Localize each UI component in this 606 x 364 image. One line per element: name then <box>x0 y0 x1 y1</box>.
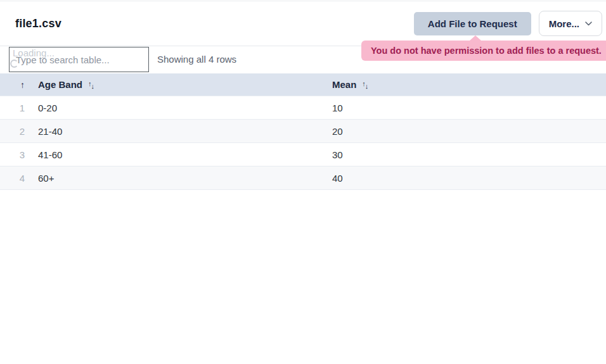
tooltip-text: You do not have permission to add files … <box>371 46 602 56</box>
file-viewer-page: file1.csv Add File to Request More... Yo… <box>0 0 606 364</box>
row-index: 3 <box>0 149 30 160</box>
page-header: file1.csv Add File to Request More... <box>0 1 606 46</box>
chevron-down-icon <box>585 22 592 26</box>
tooltip-arrow <box>470 35 481 41</box>
row-index: 4 <box>0 173 30 184</box>
row-index: 2 <box>0 126 30 137</box>
sort-toggle-icon: ↑↓ <box>88 81 94 89</box>
search-input[interactable] <box>9 47 149 72</box>
table-header-row: ↑ Age Band ↑↓ Mean ↑↓ <box>0 73 606 96</box>
row-index: 1 <box>0 103 30 113</box>
data-table: ↑ Age Band ↑↓ Mean ↑↓ 1 0-20 10 2 21-40 … <box>0 73 606 190</box>
column-header-mean[interactable]: Mean ↑↓ <box>323 79 606 90</box>
column-header-label: Age Band <box>38 79 82 90</box>
permission-denied-tooltip: You do not have permission to add files … <box>361 41 606 61</box>
row-count-status: Showing all 4 rows <box>157 46 236 73</box>
page-title: file1.csv <box>15 17 61 30</box>
more-button[interactable]: More... <box>539 11 602 36</box>
cell-age-band: 41-60 <box>30 149 323 160</box>
cell-mean: 40 <box>323 173 606 184</box>
column-header-age-band[interactable]: Age Band ↑↓ <box>30 79 323 90</box>
cell-mean: 10 <box>323 103 606 113</box>
cell-mean: 30 <box>323 149 606 160</box>
table-row: 1 0-20 10 <box>0 96 606 119</box>
cell-age-band: 0-20 <box>30 103 323 113</box>
add-file-to-request-button[interactable]: Add File to Request <box>414 12 531 35</box>
sort-toggle-icon: ↑↓ <box>362 81 368 89</box>
table-row: 2 21-40 20 <box>0 119 606 142</box>
more-button-label: More... <box>549 18 579 29</box>
cell-age-band: 60+ <box>30 173 323 184</box>
column-header-index[interactable]: ↑ <box>0 80 30 90</box>
cell-age-band: 21-40 <box>30 126 323 137</box>
column-header-label: Mean <box>332 79 356 90</box>
cell-mean: 20 <box>323 126 606 137</box>
sort-ascending-icon: ↑ <box>20 80 25 90</box>
table-row: 4 60+ 40 <box>0 166 606 189</box>
table-row: 3 41-60 30 <box>0 142 606 166</box>
